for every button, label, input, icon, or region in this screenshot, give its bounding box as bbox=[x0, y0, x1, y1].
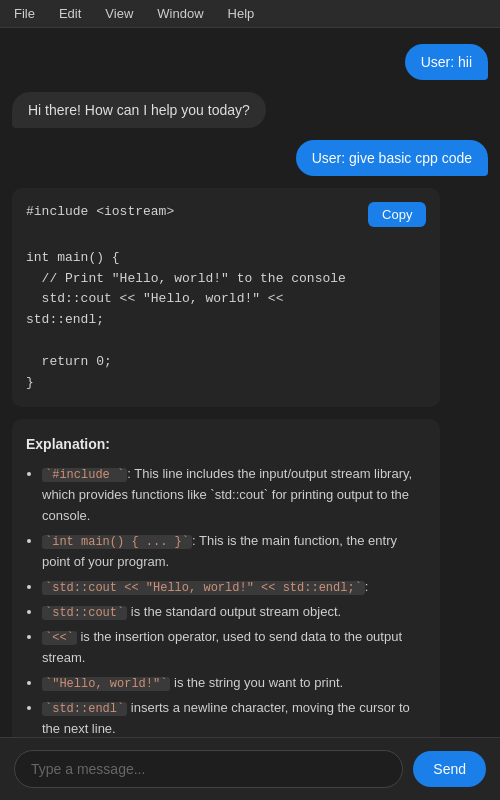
explanation-block: Explanation: `#include `: This line incl… bbox=[12, 419, 440, 737]
user-message-2: User: give basic cpp code bbox=[312, 150, 472, 166]
user-message-1: User: hii bbox=[421, 54, 472, 70]
input-bar: Send bbox=[0, 737, 500, 800]
code-body: int main() { // Print "Hello, world!" to… bbox=[26, 227, 426, 393]
code-block: #include <iostream> Copy int main() { //… bbox=[12, 188, 440, 407]
code-block-header: #include <iostream> Copy bbox=[12, 188, 440, 227]
explanation-item-1: `#include `: This line includes the inpu… bbox=[42, 464, 426, 527]
explanation-title: Explanation: bbox=[26, 433, 426, 455]
code-line1: #include <iostream> bbox=[26, 202, 174, 223]
explanation-item-6: `"Hello, world!"` is the string you want… bbox=[42, 673, 426, 694]
menu-window[interactable]: Window bbox=[153, 4, 207, 23]
code-block-body: int main() { // Print "Hello, world!" to… bbox=[12, 227, 440, 407]
bot-message-1: Hi there! How can I help you today? bbox=[28, 102, 250, 118]
explanation-item-2: `int main() { ... }`: This is the main f… bbox=[42, 531, 426, 573]
menu-help[interactable]: Help bbox=[224, 4, 259, 23]
menu-view[interactable]: View bbox=[101, 4, 137, 23]
chat-area: User: hii Hi there! How can I help you t… bbox=[0, 28, 500, 737]
send-button[interactable]: Send bbox=[413, 751, 486, 787]
bot-bubble-1: Hi there! How can I help you today? bbox=[12, 92, 266, 128]
explanation-item-5: `<<` is the insertion operator, used to … bbox=[42, 627, 426, 669]
explanation-item-4: `std::cout` is the standard output strea… bbox=[42, 602, 426, 623]
message-input[interactable] bbox=[14, 750, 403, 788]
menu-file[interactable]: File bbox=[10, 4, 39, 23]
explanation-item-7: `std::endl` inserts a newline character,… bbox=[42, 698, 426, 737]
explanation-item-3: `std::cout << "Hello, world!" << std::en… bbox=[42, 577, 426, 598]
menubar: File Edit View Window Help bbox=[0, 0, 500, 28]
explanation-list: `#include `: This line includes the inpu… bbox=[26, 464, 426, 737]
copy-button[interactable]: Copy bbox=[368, 202, 426, 227]
user-bubble-2: User: give basic cpp code bbox=[296, 140, 488, 176]
menu-edit[interactable]: Edit bbox=[55, 4, 85, 23]
user-bubble-1: User: hii bbox=[405, 44, 488, 80]
